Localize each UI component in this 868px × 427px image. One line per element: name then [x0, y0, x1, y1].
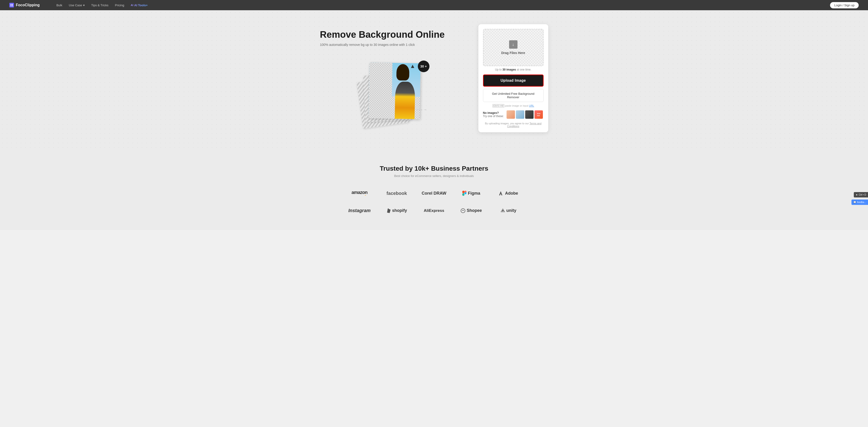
brand-adobe: Adobe — [490, 187, 527, 200]
paste-hint: Ctrl +V paste image or input URL — [483, 104, 544, 107]
brand-name: FocoClipping — [16, 3, 39, 7]
hero-title: Remove Background Online — [320, 29, 464, 40]
brand-icon — [9, 3, 14, 7]
trusted-title: Trusted by 10k+ Business Partners — [9, 165, 859, 172]
woman-silhouette — [395, 81, 415, 119]
stacked-images: 30 + ▲ - - - → — [355, 56, 430, 126]
nav-bulk[interactable]: Bulk — [56, 3, 62, 7]
drag-text: Drag Files Here — [501, 51, 525, 55]
svg-rect-4 — [462, 191, 464, 193]
nav-ai-tools[interactable]: AI AI Tools+ — [131, 3, 148, 7]
unlimited-button[interactable]: Get Unlimited Free Background Remover — [483, 89, 544, 102]
terms-text: By uploading images, you agree to our Te… — [483, 122, 544, 128]
nav-pricing[interactable]: Pricing — [115, 3, 124, 7]
sample-thumb-3[interactable] — [525, 110, 533, 119]
svg-point-9 — [461, 208, 465, 213]
hero-subtitle: 100% automatically remove bg up to 30 im… — [320, 43, 464, 46]
sample-thumb-4[interactable]: bontoil — [534, 110, 543, 119]
login-button[interactable]: Login / Sign up — [830, 2, 859, 8]
svg-point-10 — [502, 210, 503, 211]
svg-rect-2 — [10, 5, 11, 6]
no-images-label: No images? Try one of these: — [483, 111, 504, 118]
star-icon: ★ — [856, 194, 858, 196]
hair — [396, 64, 409, 80]
brand-unity: unity — [490, 205, 527, 216]
svg-rect-1 — [12, 4, 13, 5]
nav-tips-tricks[interactable]: Tips & Tricks — [91, 3, 108, 7]
svg-point-7 — [464, 192, 466, 194]
brand-amazon: amazon ~ — [341, 187, 378, 200]
navbar: FocoClipping Bulk Use Case ▾ Tips & Tric… — [0, 0, 868, 10]
chevron-down-icon: ▾ — [83, 3, 85, 7]
brand-corel: Corel DRAW — [415, 187, 453, 200]
stack-image-main — [368, 62, 421, 119]
svg-rect-0 — [10, 4, 11, 5]
sample-thumb-2[interactable] — [516, 110, 524, 119]
brand-shopee: Shopee — [453, 205, 490, 216]
cursor-icon: ▲ — [410, 63, 415, 69]
ai-icon: AI — [131, 4, 133, 6]
nav-links: Bulk Use Case ▾ Tips & Tricks Pricing AI… — [56, 3, 823, 7]
ctrl-d-badge[interactable]: ★ Ctrl • D — [854, 192, 868, 197]
brand-facebook: facebook — [378, 187, 415, 200]
arrow-down-icon: ↓ — [512, 42, 514, 47]
no-images-row: No images? Try one of these: bontoil — [483, 110, 544, 119]
sample-thumbs: bontoil — [506, 110, 543, 119]
upload-panel: ↓ Drag Files Here Up to 30 images at one… — [478, 24, 548, 132]
brand-instagram: Instagram — [341, 205, 378, 216]
brand-grid: amazon ~ facebook Corel DRAW Figma — [341, 187, 527, 216]
brand-shopify: shopify — [378, 205, 415, 216]
hero-left: Remove Background Online 100% automatica… — [320, 24, 464, 126]
ctrl-v-hint: Ctrl +V — [492, 104, 504, 107]
nav-use-case[interactable]: Use Case ▾ — [69, 3, 85, 7]
chat-icon: 💬 — [853, 201, 856, 203]
upload-icon: ↓ — [509, 40, 518, 48]
feedback-badge[interactable]: 💬 feedba... — [851, 200, 868, 205]
dashed-arrow: - - - → — [416, 107, 427, 112]
brand-logo[interactable]: FocoClipping — [9, 3, 39, 7]
url-link[interactable]: URL — [529, 104, 534, 107]
brand-figma: Figma — [453, 187, 490, 200]
svg-rect-8 — [462, 193, 464, 196]
svg-rect-3 — [12, 5, 13, 6]
brand-aliexpress: AliExpress — [415, 205, 453, 216]
hero-section: Remove Background Online 100% automatica… — [0, 10, 868, 151]
dropzone[interactable]: ↓ Drag Files Here — [483, 29, 544, 66]
trusted-section: Trusted by 10k+ Business Partners Best c… — [0, 151, 868, 230]
trusted-subtitle: Best choice for eCommerce sellers, desig… — [9, 174, 859, 178]
badge-30: 30 + — [418, 61, 430, 72]
upload-image-button[interactable]: Upload Image — [483, 74, 544, 87]
sample-thumb-1[interactable] — [506, 110, 515, 119]
up-to-text: Up to 30 images at one time. — [483, 68, 544, 71]
